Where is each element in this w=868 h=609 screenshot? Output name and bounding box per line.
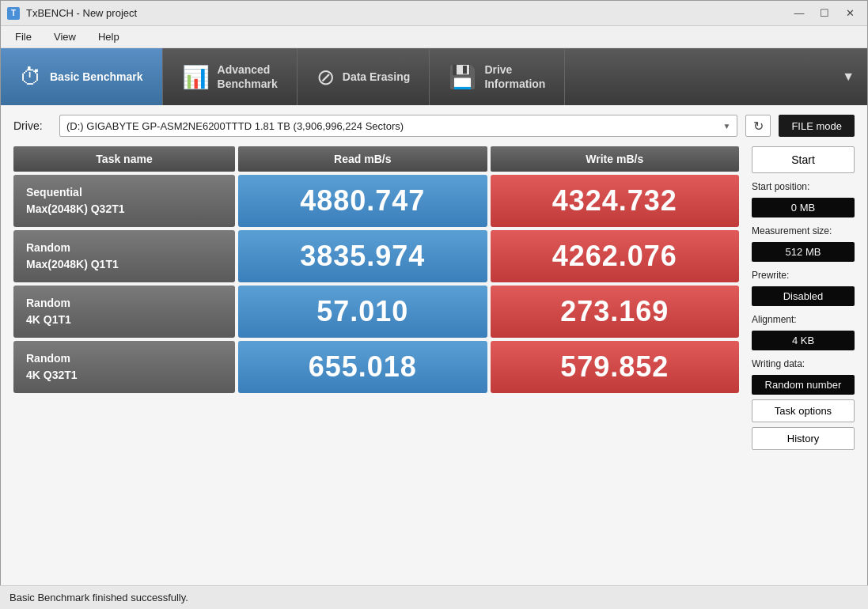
toolbar-advanced-benchmark[interactable]: 📊 AdvancedBenchmark xyxy=(163,48,298,105)
window-title: TxBENCH - New project xyxy=(26,7,137,19)
table-row: Random 4K Q1T1 57.010 273.169 xyxy=(13,286,739,338)
table-row: Random Max(2048K) Q1T1 3835.974 4262.076 xyxy=(13,230,739,282)
row-2-write: 4262.076 xyxy=(491,230,740,282)
basic-benchmark-label: Basic Benchmark xyxy=(50,70,143,84)
advanced-benchmark-label: AdvancedBenchmark xyxy=(218,62,278,91)
close-button[interactable]: ✕ xyxy=(839,6,861,21)
writing-data-value: Random number xyxy=(752,375,855,395)
drive-label: Drive: xyxy=(13,119,51,132)
toolbar-spacer xyxy=(565,48,829,105)
prewrite-value: Disabled xyxy=(752,286,855,306)
toolbar: ⏱ Basic Benchmark 📊 AdvancedBenchmark ⊘ … xyxy=(1,48,867,105)
header-task-name: Task name xyxy=(13,146,235,172)
toolbar-basic-benchmark[interactable]: ⏱ Basic Benchmark xyxy=(1,48,163,105)
main-content: Drive: (D:) GIGABYTE GP-ASM2NE6200TTTD 1… xyxy=(1,105,867,586)
toolbar-data-erasing[interactable]: ⊘ Data Erasing xyxy=(298,48,430,105)
drive-information-label: DriveInformation xyxy=(484,62,545,91)
app-icon: T xyxy=(7,7,20,20)
row-2-read: 3835.974 xyxy=(238,230,487,282)
drive-row: Drive: (D:) GIGABYTE GP-ASM2NE6200TTTD 1… xyxy=(13,115,855,137)
row-4-read: 655.018 xyxy=(238,341,487,393)
history-button[interactable]: History xyxy=(752,427,855,450)
status-bar: Basic Benchmark finished successfully. xyxy=(0,585,868,609)
row-4-write: 579.852 xyxy=(491,341,740,393)
status-text: Basic Benchmark finished successfully. xyxy=(9,592,188,603)
dropdown-arrow-icon: ▼ xyxy=(842,70,855,84)
file-mode-button[interactable]: FILE mode xyxy=(779,115,855,137)
row-label-3: Random 4K Q1T1 xyxy=(13,286,235,338)
table-row: Sequential Max(2048K) Q32T1 4880.747 432… xyxy=(13,175,739,227)
row-1-read: 4880.747 xyxy=(238,175,487,227)
drive-select-value: (D:) GIGABYTE GP-ASM2NE6200TTTD 1.81 TB … xyxy=(66,120,404,132)
measurement-size-label: Measurement size: xyxy=(752,225,855,236)
menu-file[interactable]: File xyxy=(7,28,40,45)
alignment-value: 4 KB xyxy=(752,331,855,350)
header-read: Read mB/s xyxy=(238,146,487,172)
start-button[interactable]: Start xyxy=(752,146,855,173)
benchmark-header: Task name Read mB/s Write mB/s xyxy=(13,146,739,172)
row-1-write: 4324.732 xyxy=(491,175,740,227)
row-label-1: Sequential Max(2048K) Q32T1 xyxy=(13,175,235,227)
basic-benchmark-icon: ⏱ xyxy=(20,64,42,90)
right-panel: Start Start position: 0 MB Measurement s… xyxy=(752,146,855,450)
drive-select[interactable]: (D:) GIGABYTE GP-ASM2NE6200TTTD 1.81 TB … xyxy=(59,115,737,137)
writing-data-label: Writing data: xyxy=(752,358,855,369)
menu-help[interactable]: Help xyxy=(90,28,127,45)
menu-bar: File View Help xyxy=(1,26,867,48)
row-3-write: 273.169 xyxy=(491,286,740,338)
task-options-button[interactable]: Task options xyxy=(752,399,855,422)
refresh-icon: ↻ xyxy=(753,119,764,134)
header-write: Write mB/s xyxy=(491,146,740,172)
table-row: Random 4K Q32T1 655.018 579.852 xyxy=(13,341,739,393)
advanced-benchmark-icon: 📊 xyxy=(182,64,210,90)
menu-view[interactable]: View xyxy=(46,28,84,45)
drive-information-icon: 💾 xyxy=(449,64,476,90)
row-3-read: 57.010 xyxy=(238,286,487,338)
measurement-size-value: 512 MB xyxy=(752,242,855,262)
drive-refresh-button[interactable]: ↻ xyxy=(745,115,771,137)
start-position-value: 0 MB xyxy=(752,198,855,218)
toolbar-dropdown[interactable]: ▼ xyxy=(829,48,867,105)
title-bar: T TxBENCH - New project — ☐ ✕ xyxy=(1,1,867,26)
benchmark-table: Task name Read mB/s Write mB/s Sequentia… xyxy=(13,146,739,450)
prewrite-label: Prewrite: xyxy=(752,270,855,281)
drive-select-arrow-icon: ▼ xyxy=(723,122,731,130)
row-label-2: Random Max(2048K) Q1T1 xyxy=(13,230,235,282)
row-label-4: Random 4K Q32T1 xyxy=(13,341,235,393)
title-bar-controls: — ☐ ✕ xyxy=(788,6,861,21)
toolbar-drive-information[interactable]: 💾 DriveInformation xyxy=(430,48,565,105)
title-bar-left: T TxBENCH - New project xyxy=(7,7,137,20)
start-position-label: Start position: xyxy=(752,181,855,192)
maximize-button[interactable]: ☐ xyxy=(813,6,836,21)
data-erasing-label: Data Erasing xyxy=(343,70,411,84)
minimize-button[interactable]: — xyxy=(788,6,810,21)
benchmark-container: Task name Read mB/s Write mB/s Sequentia… xyxy=(13,146,855,450)
data-erasing-icon: ⊘ xyxy=(316,64,335,90)
alignment-label: Alignment: xyxy=(752,314,855,325)
